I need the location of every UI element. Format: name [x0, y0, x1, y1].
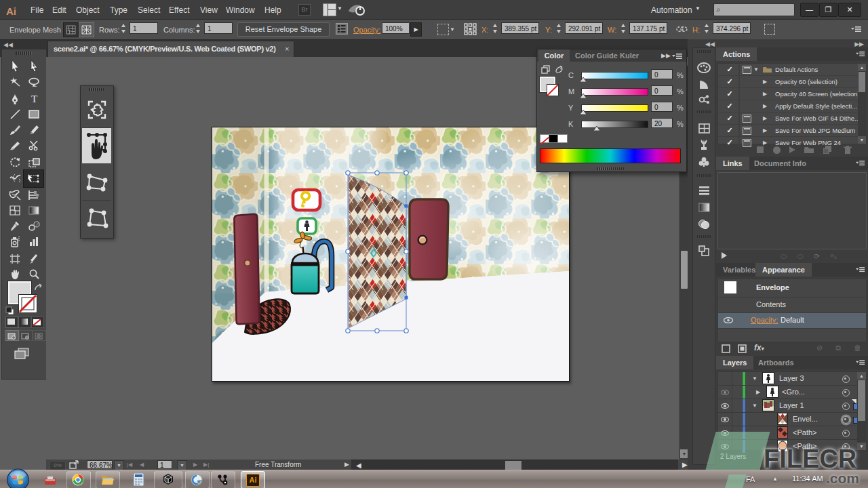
svg-text:T: T	[31, 94, 37, 104]
